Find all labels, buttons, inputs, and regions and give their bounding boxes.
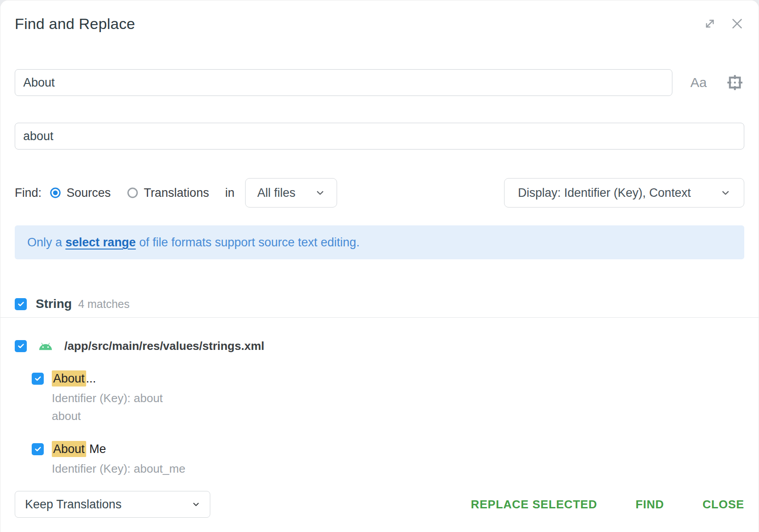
keep-translations-select[interactable]: Keep Translations (15, 491, 210, 518)
footer-actions: REPLACE SELECTED FIND CLOSE (471, 498, 744, 511)
check-icon (17, 342, 25, 350)
radio-unselected-icon (127, 187, 138, 199)
keep-translations-value: Keep Translations (25, 498, 121, 511)
section-divider (0, 317, 759, 318)
radio-sources[interactable]: Sources (50, 186, 111, 200)
section-label: String (36, 297, 72, 311)
file-checkbox[interactable] (15, 340, 27, 352)
selection-frame-icon (726, 73, 744, 92)
check-icon (34, 374, 42, 382)
find-input[interactable] (15, 69, 672, 96)
highlighted-term: About (52, 370, 86, 387)
find-row: Aa (15, 69, 744, 96)
radio-translations-label: Translations (144, 186, 209, 200)
files-scope-value: All files (257, 186, 296, 200)
chevron-down-icon (720, 187, 731, 199)
check-icon (34, 445, 42, 453)
highlighted-term: About (52, 441, 86, 457)
select-range-link[interactable]: select range (66, 236, 136, 249)
match-suffix: Me (86, 442, 106, 456)
find-button[interactable]: FIND (636, 498, 664, 511)
chevron-down-icon (314, 187, 326, 199)
banner-text-after: of file formats support source text edit… (136, 236, 359, 249)
match-text: About... (52, 372, 96, 386)
string-section-row: String 4 matches (15, 295, 744, 313)
match-identifier: Identifier (Key): about_me (52, 460, 744, 478)
expand-dialog-button[interactable] (703, 17, 717, 30)
match-title-row: About Me (32, 441, 744, 457)
find-scope-label: Find: (15, 186, 42, 200)
display-options-value: Display: Identifier (Key), Context (518, 186, 691, 200)
header-icons (703, 17, 744, 31)
file-path: /app/src/main/res/values/strings.xml (64, 339, 264, 353)
match-checkbox[interactable] (32, 443, 44, 455)
find-and-replace-dialog: Find and Replace Aa (0, 0, 759, 532)
android-icon (37, 341, 54, 351)
replace-selected-button[interactable]: REPLACE SELECTED (471, 498, 597, 511)
close-dialog-button[interactable] (730, 17, 744, 31)
options-row: Find: Sources Translations in All files (15, 178, 744, 208)
expand-icon (703, 17, 717, 30)
radio-sources-label: Sources (67, 186, 111, 200)
match-identifier: Identifier (Key): about (52, 389, 744, 407)
banner-text-before: Only a (27, 236, 66, 249)
info-banner: Only a select range of file formats supp… (15, 225, 744, 259)
match-title-row: About... (32, 370, 744, 387)
dialog-header: Find and Replace (15, 0, 744, 33)
match-text: About Me (52, 442, 106, 456)
radio-translations[interactable]: Translations (127, 186, 209, 200)
display-options-select[interactable]: Display: Identifier (Key), Context (504, 178, 744, 208)
match-count: 4 matches (78, 298, 129, 311)
file-row: /app/src/main/res/values/strings.xml (15, 337, 744, 354)
match-source: about (52, 407, 744, 425)
match-checkbox[interactable] (32, 373, 44, 385)
match-case-button[interactable]: Aa (690, 76, 707, 89)
replace-input[interactable] (15, 123, 744, 150)
dialog-footer: Keep Translations REPLACE SELECTED FIND … (15, 491, 744, 518)
in-label: in (225, 186, 234, 200)
close-button[interactable]: CLOSE (702, 498, 744, 511)
close-icon (730, 17, 744, 31)
selection-frame-button[interactable] (726, 73, 744, 92)
radio-selected-icon (50, 187, 61, 199)
match-row: About... Identifier (Key): about about (32, 370, 744, 425)
match-details: Identifier (Key): about_me (52, 460, 744, 478)
chevron-down-icon (191, 499, 201, 509)
match-suffix: ... (86, 372, 96, 385)
match-details: Identifier (Key): about about (52, 389, 744, 425)
string-section-checkbox[interactable] (15, 298, 27, 310)
check-icon (17, 300, 25, 308)
match-row: About Me Identifier (Key): about_me (32, 441, 744, 478)
files-scope-select[interactable]: All files (245, 178, 337, 208)
page-title: Find and Replace (15, 14, 135, 33)
replace-row (15, 123, 744, 150)
